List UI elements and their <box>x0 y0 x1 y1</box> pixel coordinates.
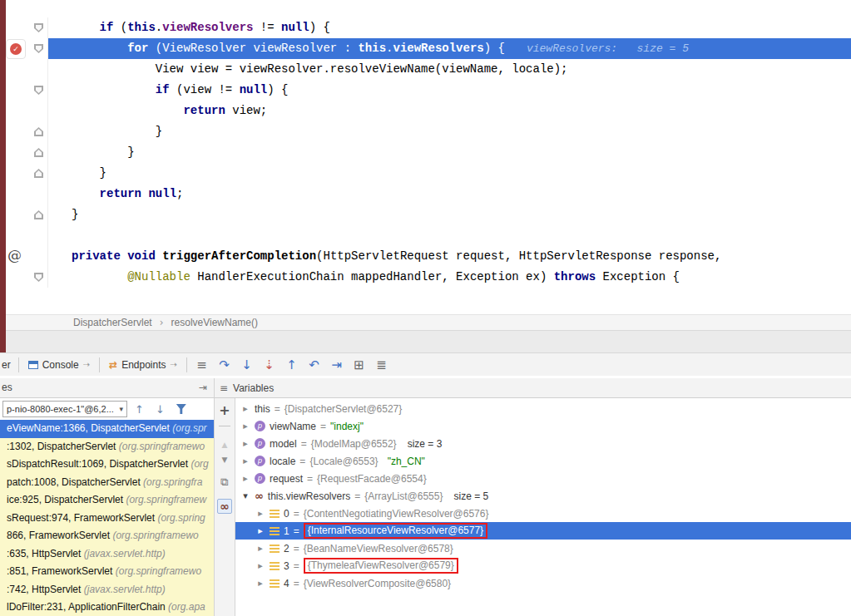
fold-down-icon[interactable] <box>34 86 43 95</box>
view-as-table-icon[interactable]: ⊞ <box>348 357 370 372</box>
chevron-right-icon[interactable]: ▸ <box>255 543 265 554</box>
variable-row[interactable]: ▸3={ThymeleafViewResolver@6579} <box>235 557 851 574</box>
previous-frame-icon[interactable]: ↑ <box>135 403 144 416</box>
variable-row[interactable]: ▸plocale={Locale@6553}"zh_CN" <box>235 452 851 470</box>
code-line[interactable]: return view; <box>0 101 851 121</box>
variable-row[interactable]: ▸0={ContentNegotiatingViewResolver@6576} <box>235 505 851 522</box>
code-line[interactable]: if (view != null) { <box>0 80 851 101</box>
frame-row[interactable]: :635, HttpServlet (javax.servlet.http) <box>0 545 214 564</box>
watches-toggle-icon[interactable]: ∞ <box>217 499 232 514</box>
pin-icon[interactable]: ⇥ <box>199 382 207 393</box>
frame-row[interactable]: :851, FrameworkServlet (org.springframew… <box>0 563 214 581</box>
chevron-right-icon[interactable]: ▸ <box>240 403 250 414</box>
step-into-icon[interactable]: ↓ <box>235 357 258 372</box>
frame-row[interactable]: patch:1008, DispatcherServlet (org.sprin… <box>0 474 214 492</box>
equals-sign: = <box>354 490 360 502</box>
menu-icon[interactable]: ≡ <box>220 382 228 394</box>
code-line[interactable]: } <box>0 163 851 184</box>
run-to-cursor-icon[interactable]: ⇥ <box>325 357 348 372</box>
fold-up-icon[interactable] <box>34 127 43 136</box>
code-line[interactable]: return null; <box>0 184 851 205</box>
code-text[interactable]: } <box>48 121 851 142</box>
tab-endpoints[interactable]: ⇄ Endpoints ⇢ <box>103 353 183 376</box>
code-editor[interactable]: if (this.viewResolvers != null) {for (Vi… <box>0 0 851 314</box>
variable-row[interactable]: ▸this={DispatcherServlet@6527} <box>235 400 851 417</box>
variable-row[interactable]: ▸1={InternalResourceViewResolver@6577} <box>235 522 851 540</box>
breakpoint-icon[interactable]: ✓ <box>6 39 26 59</box>
tab-console[interactable]: Console ⇢ <box>22 353 96 376</box>
step-over-icon[interactable]: ↷ <box>213 357 235 372</box>
code-text[interactable]: View view = viewResolver.resolveViewName… <box>48 59 851 80</box>
fold-down-icon[interactable] <box>34 44 43 53</box>
fold-down-icon[interactable] <box>34 23 43 32</box>
chevron-right-icon[interactable]: ▸ <box>240 473 250 484</box>
chevron-right-icon[interactable]: ▸ <box>240 456 250 466</box>
chevron-right-icon[interactable]: ▸ <box>240 438 250 449</box>
hide-library-frames-icon[interactable] <box>176 404 186 414</box>
variable-row[interactable]: ▸pviewName="indexj" <box>235 417 851 435</box>
fold-up-icon[interactable] <box>34 210 43 219</box>
code-text[interactable]: } <box>48 163 851 184</box>
layout-columns-icon[interactable]: ≣ <box>370 357 393 372</box>
code-line[interactable]: } <box>0 205 851 225</box>
chevron-right-icon[interactable]: ▸ <box>255 508 265 519</box>
tab-options-arrow-icon[interactable]: ⇢ <box>171 360 177 369</box>
step-out-icon[interactable]: ↑ <box>280 357 303 372</box>
code-line[interactable]: if (this.viewResolvers != null) { <box>0 17 851 38</box>
code-line[interactable] <box>0 225 851 246</box>
frame-row[interactable]: sRequest:974, FrameworkServlet (org.spri… <box>0 510 214 528</box>
code-text[interactable]: private void triggerAfterCompletion(Http… <box>48 246 851 267</box>
breadcrumb-method[interactable]: resolveViewName() <box>171 317 258 328</box>
code-line[interactable]: for (ViewResolver viewResolver : this.vi… <box>0 38 851 59</box>
drop-frame-icon[interactable]: ↶ <box>303 357 325 372</box>
code-line[interactable]: private void triggerAfterCompletion(Http… <box>0 246 851 267</box>
divider <box>18 357 19 372</box>
force-step-into-icon[interactable]: ⇣ <box>258 357 280 372</box>
scroll-down-icon[interactable]: ▼ <box>222 456 228 464</box>
fold-up-icon[interactable] <box>34 169 43 178</box>
fold-up-icon[interactable] <box>34 148 43 157</box>
next-frame-icon[interactable]: ↓ <box>156 403 165 416</box>
chevron-right-icon[interactable]: ▸ <box>255 525 265 536</box>
code-text[interactable]: if (view != null) { <box>48 80 851 101</box>
tab-debugger-partial[interactable]: er <box>0 359 15 371</box>
frame-row[interactable]: lDoFilter:231, ApplicationFilterChain (o… <box>0 599 214 616</box>
variable-row[interactable]: ▸pmodel={ModelMap@6552}size = 3 <box>235 435 851 452</box>
code-text[interactable]: } <box>48 142 851 163</box>
scroll-up-icon[interactable]: ▲ <box>222 441 228 449</box>
frame-row[interactable]: sDispatchResult:1069, DispatcherServlet … <box>0 456 214 474</box>
fold-down-icon[interactable] <box>34 273 43 282</box>
variable-row[interactable]: ▾∞this.viewResolvers={ArrayList@6555}siz… <box>235 487 851 505</box>
layout-settings-icon[interactable]: ≡ <box>190 357 213 372</box>
code-line[interactable]: } <box>0 142 851 163</box>
variable-row[interactable]: ▸4={ViewResolverComposite@6580} <box>235 574 851 592</box>
frame-package: (org.apa <box>168 601 205 613</box>
thread-selector[interactable]: p-nio-8080-exec-1"@6,2... ▾ <box>2 401 127 417</box>
copy-icon[interactable]: ⧉ <box>220 476 228 489</box>
code-text[interactable]: return view; <box>48 101 851 121</box>
code-text[interactable]: return null; <box>48 184 851 205</box>
code-text[interactable]: @Nullable HandlerExecutionChain mappedHa… <box>48 267 851 288</box>
code-text[interactable]: } <box>48 205 851 225</box>
chevron-right-icon[interactable]: ▸ <box>255 578 265 589</box>
debug-window-spacer <box>0 330 851 353</box>
code-text[interactable]: if (this.viewResolvers != null) { <box>48 17 851 38</box>
code-text[interactable]: for (ViewResolver viewResolver : this.vi… <box>48 38 851 59</box>
breadcrumb-class[interactable]: DispatcherServlet <box>73 317 152 328</box>
frame-row[interactable]: :1302, DispatcherServlet (org.springfram… <box>0 438 214 456</box>
frame-row[interactable]: 866, FrameworkServlet (org.springframewo <box>0 527 214 545</box>
chevron-down-icon[interactable]: ▾ <box>240 490 250 501</box>
code-line[interactable]: } <box>0 121 851 142</box>
frame-row[interactable]: :742, HttpServlet (javax.servlet.http) <box>0 581 214 599</box>
code-line[interactable]: View view = viewResolver.resolveViewName… <box>0 59 851 80</box>
variable-row[interactable]: ▸2={BeanNameViewResolver@6578} <box>235 540 851 557</box>
frame-row[interactable]: eViewName:1366, DispatcherServlet (org.s… <box>0 420 214 438</box>
code-line[interactable]: @Nullable HandlerExecutionChain mappedHa… <box>0 267 851 288</box>
code-text[interactable] <box>48 225 851 246</box>
tab-options-arrow-icon[interactable]: ⇢ <box>83 360 90 369</box>
frame-row[interactable]: ice:925, DispatcherServlet (org.springfr… <box>0 491 214 510</box>
chevron-right-icon[interactable]: ▸ <box>240 421 250 431</box>
variable-row[interactable]: ▸prequest={RequestFacade@6554} <box>235 470 851 487</box>
add-watch-icon[interactable]: + <box>219 402 230 418</box>
chevron-right-icon[interactable]: ▸ <box>255 560 265 571</box>
